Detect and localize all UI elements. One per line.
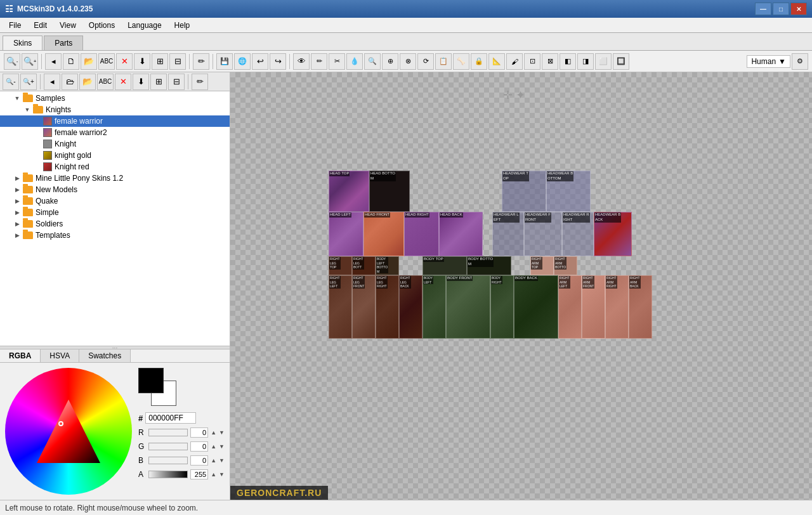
tree-sep-1 bbox=[40, 74, 41, 89]
tree-grid1[interactable]: ⊞ bbox=[150, 74, 167, 90]
view3-tool[interactable]: ⬜ bbox=[595, 53, 612, 70]
tree-back[interactable]: ◂ bbox=[44, 74, 60, 90]
back-button[interactable]: ◂ bbox=[45, 53, 62, 70]
box2-tool[interactable]: ⊠ bbox=[542, 53, 558, 70]
import-button[interactable]: ⬇ bbox=[134, 53, 150, 70]
tree-zoom-in[interactable]: 🔍+ bbox=[20, 74, 37, 90]
tree-item-soldiers[interactable]: ▶ Soldiers bbox=[0, 218, 230, 230]
tree-item-knight-gold[interactable]: knight gold bbox=[0, 150, 230, 161]
model-options-button[interactable]: ⚙ bbox=[792, 53, 808, 70]
undo-button[interactable]: ↩ bbox=[252, 53, 268, 70]
menu-help[interactable]: Help bbox=[168, 20, 197, 31]
mesh-tool[interactable]: 📐 bbox=[488, 53, 505, 70]
menu-file[interactable]: File bbox=[3, 20, 27, 31]
grid2-button[interactable]: ⊟ bbox=[169, 53, 186, 70]
save-button[interactable]: 💾 bbox=[216, 53, 233, 70]
tab-rgba[interactable]: RGBA bbox=[0, 349, 41, 362]
paint-tool[interactable]: 🖌 bbox=[506, 53, 523, 70]
tree-open[interactable]: 📂 bbox=[79, 74, 96, 90]
lock-tool[interactable]: 🔒 bbox=[471, 53, 487, 70]
add-tool[interactable]: ⊕ bbox=[382, 53, 398, 70]
hex-input[interactable] bbox=[145, 412, 196, 424]
tab-swatches[interactable]: Swatches bbox=[79, 349, 131, 362]
zoom-out-button[interactable]: 🔍- bbox=[4, 53, 20, 70]
tree-grid2[interactable]: ⊟ bbox=[168, 74, 185, 90]
open-button[interactable]: 📂 bbox=[81, 53, 97, 70]
slider-b-up[interactable]: ▲ bbox=[211, 457, 216, 464]
skin-thumb-female-warrior2 bbox=[43, 128, 52, 137]
slider-g-track[interactable] bbox=[148, 443, 188, 450]
tree-item-simple[interactable]: ▶ Simple bbox=[0, 207, 230, 218]
fill-tool[interactable]: 💧 bbox=[346, 53, 363, 70]
eye-button[interactable]: 👁 bbox=[293, 53, 310, 70]
delete-button[interactable]: ✕ bbox=[116, 53, 133, 70]
swatch-foreground[interactable] bbox=[138, 368, 164, 393]
maximize-button[interactable]: □ bbox=[773, 3, 789, 15]
close-button[interactable]: ✕ bbox=[790, 3, 807, 15]
tree-rename[interactable]: ABC bbox=[97, 74, 114, 90]
clone-tool[interactable]: 📋 bbox=[435, 53, 452, 70]
menu-options[interactable]: Options bbox=[82, 20, 121, 31]
slider-r-track[interactable] bbox=[148, 429, 188, 436]
tree-new-folder[interactable]: 🗁 bbox=[62, 74, 78, 90]
view2-tool[interactable]: ◨ bbox=[577, 53, 594, 70]
tree-pen[interactable]: ✏ bbox=[192, 74, 208, 90]
upload-button[interactable]: 🌐 bbox=[234, 53, 251, 70]
sub-tool[interactable]: ⊗ bbox=[400, 53, 416, 70]
view4-tool[interactable]: 🔲 bbox=[613, 53, 629, 70]
rename-button[interactable]: ABC bbox=[98, 53, 115, 70]
draw-tool[interactable]: ✏ bbox=[311, 53, 327, 70]
canvas-area[interactable]: ✛ ✦ HEAD TOP HEAD BOTTOM bbox=[230, 72, 812, 500]
tab-skins[interactable]: Skins bbox=[3, 36, 43, 50]
tree-item-female-warrior[interactable]: female warrior bbox=[0, 115, 230, 127]
slider-g-value[interactable] bbox=[190, 441, 208, 452]
tab-hsva[interactable]: HSVA bbox=[41, 349, 79, 362]
slider-b-down[interactable]: ▼ bbox=[219, 457, 225, 464]
tree-import[interactable]: ⬇ bbox=[133, 74, 149, 90]
tree-item-knights[interactable]: ▼ Knights bbox=[0, 104, 230, 115]
tree-item-knight-red[interactable]: Knight red bbox=[0, 161, 230, 173]
slider-r-value[interactable] bbox=[190, 427, 208, 438]
new-button[interactable]: 🗋 bbox=[63, 53, 79, 70]
select-tool[interactable]: 🔍 bbox=[364, 53, 381, 70]
slider-a-up[interactable]: ▲ bbox=[211, 471, 216, 478]
slider-a-down[interactable]: ▼ bbox=[219, 471, 225, 478]
right-panel[interactable]: ✛ ✦ HEAD TOP HEAD BOTTOM bbox=[230, 72, 812, 500]
bone-tool[interactable]: 🦴 bbox=[453, 53, 469, 70]
slider-a-track[interactable] bbox=[148, 471, 188, 478]
grid1-button[interactable]: ⊞ bbox=[152, 53, 168, 70]
menu-language[interactable]: Language bbox=[121, 20, 167, 31]
menu-edit[interactable]: Edit bbox=[27, 20, 53, 31]
slider-g-down[interactable]: ▼ bbox=[219, 443, 225, 450]
tree-zoom-out[interactable]: 🔍- bbox=[3, 74, 19, 90]
tree-item-new-models[interactable]: ▶ New Models bbox=[0, 184, 230, 195]
box1-tool[interactable]: ⊡ bbox=[524, 53, 540, 70]
tab-parts[interactable]: Parts bbox=[44, 36, 83, 50]
slider-b-track[interactable] bbox=[148, 457, 188, 464]
body-top-label: BODY TOP bbox=[423, 257, 444, 262]
rotate-tool[interactable]: ⟳ bbox=[417, 53, 434, 70]
tree-item-knight[interactable]: Knight bbox=[0, 138, 230, 150]
skin-thumb-knight-gold bbox=[43, 151, 52, 160]
slider-g-up[interactable]: ▲ bbox=[211, 443, 216, 450]
minimize-button[interactable]: — bbox=[755, 3, 771, 15]
slider-b-value[interactable] bbox=[190, 455, 208, 466]
pencil-button[interactable]: ✏ bbox=[193, 53, 209, 70]
tree-item-samples[interactable]: ▼ Samples bbox=[0, 93, 230, 104]
zoom-in-button[interactable]: 🔍+ bbox=[22, 53, 38, 70]
model-selector[interactable]: Human ▼ bbox=[747, 55, 790, 68]
erase-tool[interactable]: ✂ bbox=[329, 53, 345, 70]
tree-item-mlp[interactable]: ▶ Mine Little Pony Skins 1.2 bbox=[0, 173, 230, 184]
tree-item-quake[interactable]: ▶ Quake bbox=[0, 195, 230, 207]
slider-a-value[interactable] bbox=[190, 469, 208, 479]
tree-item-female-warrior2[interactable]: female warrior2 bbox=[0, 127, 230, 138]
tree-item-templates[interactable]: ▶ Templates bbox=[0, 230, 230, 241]
titlebar-controls[interactable]: — □ ✕ bbox=[755, 3, 807, 15]
tree-delete[interactable]: ✕ bbox=[115, 74, 131, 90]
redo-button[interactable]: ↪ bbox=[270, 53, 286, 70]
color-wheel-container[interactable] bbox=[5, 368, 132, 495]
menu-view[interactable]: View bbox=[53, 20, 82, 31]
view1-tool[interactable]: ◧ bbox=[560, 53, 576, 70]
slider-r-up[interactable]: ▲ bbox=[211, 429, 216, 436]
slider-r-down[interactable]: ▼ bbox=[219, 429, 225, 436]
